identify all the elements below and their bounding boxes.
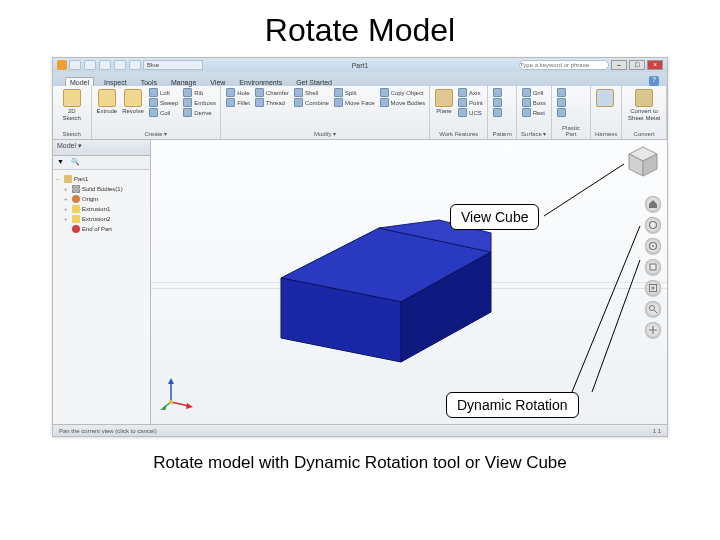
titlebar: Blue Part1 – □ × [53,58,667,72]
rib-button[interactable]: Rib [182,88,217,97]
qat-redo-button[interactable] [129,60,141,70]
callout-line-vc [544,202,644,228]
point-button[interactable]: Point [457,98,484,107]
tab-view[interactable]: View [206,78,229,86]
plastic-c-button[interactable] [556,108,567,117]
quick-access-toolbar [69,60,141,70]
thread-button[interactable]: Thread [254,98,290,107]
combine-button[interactable]: Combine [293,98,330,107]
emboss-button[interactable]: Emboss [182,98,217,107]
chamfer-button[interactable]: Chamfer [254,88,290,97]
extrude-button[interactable]: Extrude [96,88,119,116]
browser-header[interactable]: Model ▾ [53,140,150,156]
copyobj-button[interactable]: Copy Object [379,88,427,97]
callout-dynamic-rotation: Dynamic Rotation [446,392,579,418]
qat-undo-button[interactable] [114,60,126,70]
close-button[interactable]: × [647,60,663,70]
tree-item[interactable]: End of Part [56,224,147,234]
nav-orbit-button[interactable] [645,217,661,233]
pattern-rect-button[interactable] [492,88,503,97]
ribbon-group-pattern: Pattern [488,86,516,139]
moveface-button[interactable]: Move Face [333,98,376,107]
search-input[interactable] [519,60,609,70]
tree-node-icon [72,205,80,213]
tree-item[interactable]: –Part1 [56,174,147,184]
status-bar: Pan the current view (click to cancel) 1… [53,424,667,436]
view-cube[interactable] [625,144,661,180]
model-tree: –Part1+Solid Bodies(1)+Origin+Extrusion1… [53,170,150,238]
tab-get-started[interactable]: Get Started [292,78,336,86]
tree-caret-icon[interactable]: + [64,196,70,202]
plane-button[interactable]: Plane [434,88,454,116]
app-window: Blue Part1 – □ × Model Inspect Tools Man… [52,57,668,437]
qat-open-button[interactable] [84,60,96,70]
hole-button[interactable]: Hole [225,88,251,97]
tab-inspect[interactable]: Inspect [100,78,131,86]
tree-node-icon [72,215,80,223]
nav-look-at-button[interactable] [645,259,661,275]
tab-manage[interactable]: Manage [167,78,200,86]
tab-tools[interactable]: Tools [137,78,161,86]
plastic-a-button[interactable] [556,88,567,97]
tree-caret-icon[interactable]: – [56,176,62,182]
ribbon-group-title: Sketch [57,131,87,137]
loft-button[interactable]: Loft [148,88,179,97]
tree-caret-icon[interactable]: + [64,186,70,192]
shell-button[interactable]: Shell [293,88,330,97]
browser-toolbar: ▼ 🔍 [53,156,150,170]
ribbon-group-title: Work Features [434,131,483,137]
minimize-button[interactable]: – [611,60,627,70]
svg-point-17 [652,245,654,247]
boss-button[interactable]: Boss [521,98,547,107]
tree-item[interactable]: +Origin [56,194,147,204]
movebodies-button[interactable]: Move Bodies [379,98,427,107]
harness-button[interactable] [595,88,615,108]
ribbon-group-title: Surface ▾ [521,130,547,137]
ribbon-group-title: Create ▾ [96,130,217,137]
qat-new-button[interactable] [69,60,81,70]
fillet-button[interactable]: Fillet [225,98,251,107]
derive-button[interactable]: Derive [182,108,217,117]
tree-caret-icon[interactable]: + [64,216,70,222]
tree-node-label: Extrusion2 [82,216,110,222]
document-title: Part1 [352,62,369,69]
plastic-b-button[interactable] [556,98,567,107]
rest-button[interactable]: Rest [521,108,547,117]
axis-button[interactable]: Axis [457,88,484,97]
axis-triad[interactable] [161,376,195,410]
nav-zoom-all-button[interactable] [645,280,661,296]
tree-node-icon [72,225,80,233]
ribbon-group-surface: Grill Boss Rest Surface ▾ [517,86,552,139]
nav-free-orbit-button[interactable] [645,238,661,254]
tree-caret-icon[interactable]: + [64,206,70,212]
help-icon[interactable]: ? [649,76,659,86]
nav-home-button[interactable] [645,196,661,212]
revolve-button[interactable]: Revolve [121,88,145,116]
qat-save-button[interactable] [99,60,111,70]
pattern-mirror-button[interactable] [492,108,503,117]
convert-sheetmetal-button[interactable]: Convert to Sheet Metal [626,88,662,123]
model-3d[interactable] [261,230,501,370]
binoculars-icon[interactable]: 🔍 [71,158,81,168]
coil-button[interactable]: Coil [148,108,179,117]
svg-point-11 [169,400,173,404]
ribbon-group-work: Plane Axis Point UCS Work Features [430,86,488,139]
pattern-circ-button[interactable] [492,98,503,107]
sweep-button[interactable]: Sweep [148,98,179,107]
ribbon-group-title: Modify ▾ [225,130,425,137]
filter-icon[interactable]: ▼ [57,158,67,168]
ucs-button[interactable]: UCS [457,108,484,117]
grill-button[interactable]: Grill [521,88,547,97]
tree-node-label: End of Part [82,226,112,232]
tree-item[interactable]: +Extrusion2 [56,214,147,224]
maximize-button[interactable]: □ [629,60,645,70]
tab-environments[interactable]: Environments [235,78,286,86]
split-button[interactable]: Split [333,88,376,97]
visual-style-dropdown[interactable]: Blue [143,60,203,70]
tree-item[interactable]: +Extrusion1 [56,204,147,214]
ribbon: 2D Sketch Sketch Extrude Revolve Loft Sw… [53,86,667,140]
tree-item[interactable]: +Solid Bodies(1) [56,184,147,194]
tab-model[interactable]: Model [65,77,94,86]
ribbon-group-sketch: 2D Sketch Sketch [53,86,92,139]
sketch-2d-button[interactable]: 2D Sketch [57,88,87,123]
